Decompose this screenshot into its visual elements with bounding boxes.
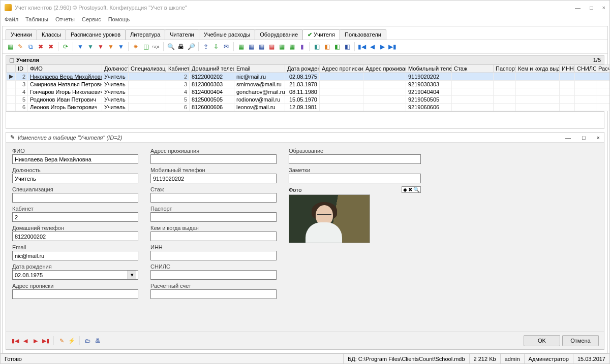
new-record-icon[interactable]: ▦: [6, 42, 15, 51]
delete-icon[interactable]: ✖: [36, 42, 45, 51]
col-header[interactable]: Должность: [102, 65, 129, 73]
tab-2[interactable]: Расписание уроков: [66, 29, 126, 40]
text-field[interactable]: [150, 212, 277, 222]
col-header[interactable]: [7, 65, 16, 73]
col-header[interactable]: Кем и когда выдан: [516, 65, 560, 73]
filter-icon[interactable]: ▼: [76, 42, 85, 51]
col-header[interactable]: Кабинет: [166, 65, 190, 73]
photo-zoom-icon[interactable]: 🔍: [413, 187, 419, 192]
col-header[interactable]: Адрес прописки: [320, 65, 363, 73]
text-field[interactable]: [12, 193, 138, 203]
text-field[interactable]: [12, 154, 138, 164]
table-row[interactable]: 6Леонов Игорь ВикторовичУчитель681260006…: [7, 104, 611, 111]
text-field[interactable]: [150, 251, 277, 260]
table-row[interactable]: 3Смирнова Наталья ПетровнаУчитель3812300…: [7, 81, 611, 88]
sql-icon[interactable]: SQL: [151, 42, 161, 51]
delete-all-icon[interactable]: ✖: [46, 42, 55, 51]
rec-prev-icon[interactable]: ◀: [21, 337, 29, 345]
filter3-icon[interactable]: ▼: [106, 42, 115, 51]
tb-g3-icon[interactable]: ▦: [257, 42, 266, 51]
nav-first-icon[interactable]: ▮◀: [357, 42, 367, 51]
panel-minimize-button[interactable]: —: [565, 135, 571, 141]
refresh-icon[interactable]: ⟳: [61, 42, 70, 51]
filter-clear-icon[interactable]: ▼: [96, 42, 105, 51]
col-header[interactable]: Специализация: [129, 65, 166, 73]
col-header[interactable]: Дата рождения: [285, 65, 320, 73]
table-row[interactable]: 5Родионов Иван ПетровичУчитель5812500050…: [7, 96, 611, 104]
tb-g4-icon[interactable]: ▦: [267, 42, 276, 51]
nav-last-icon[interactable]: ▶▮: [388, 42, 397, 51]
tb-g5-icon[interactable]: ▦: [277, 42, 286, 51]
menu-service[interactable]: Сервис: [82, 16, 101, 22]
photo-preview[interactable]: [289, 194, 370, 243]
tab-6[interactable]: Оборудование: [255, 29, 303, 40]
tab-0[interactable]: Ученики: [6, 29, 37, 40]
menu-tables[interactable]: Таблицы: [25, 16, 48, 22]
tab-5[interactable]: Учебные расходы: [199, 29, 255, 40]
export-icon[interactable]: ⇪: [201, 42, 210, 51]
tab-8[interactable]: Пользователи: [340, 29, 386, 40]
dropdown-icon[interactable]: ▾: [128, 271, 136, 279]
col-header[interactable]: Паспорт: [494, 65, 516, 73]
text-field[interactable]: [150, 231, 277, 241]
panel-close-button[interactable]: ×: [597, 135, 600, 141]
tb-h3-icon[interactable]: ◧: [332, 42, 342, 51]
text-field[interactable]: [150, 270, 277, 280]
rec-next-icon[interactable]: ▶: [32, 337, 40, 345]
tb-g6-icon[interactable]: ▦: [287, 42, 296, 51]
text-field[interactable]: [150, 193, 277, 203]
photo-add-icon[interactable]: ◆: [403, 187, 407, 192]
rec-last-icon[interactable]: ▶▮: [42, 337, 50, 345]
text-field[interactable]: [150, 174, 277, 183]
edit-record-icon[interactable]: ✎: [16, 42, 25, 51]
ok-button[interactable]: OK: [524, 335, 560, 346]
col-header[interactable]: Домашний телефон: [190, 65, 234, 73]
filter2-icon[interactable]: ▼: [86, 42, 95, 51]
cancel-button[interactable]: Отмена: [562, 335, 599, 346]
text-field[interactable]: [150, 289, 277, 299]
text-field[interactable]: [12, 174, 138, 183]
preview-icon[interactable]: 🔎: [187, 42, 196, 51]
rec-tool3-icon[interactable]: 🗁: [83, 337, 92, 345]
menu-reports[interactable]: Отчеты: [55, 16, 75, 22]
table-row[interactable]: ▶2Николаева Вера МихайловнаУчитель281220…: [7, 73, 611, 81]
col-header[interactable]: ID: [16, 65, 28, 73]
col-header[interactable]: Стаж: [452, 65, 494, 73]
col-header[interactable]: СНИЛС: [575, 65, 596, 73]
text-field[interactable]: [150, 154, 277, 164]
col-header[interactable]: Мобильный телефон: [406, 65, 452, 73]
grid-collapse-icon[interactable]: ▢: [9, 57, 14, 63]
tb-g2-icon[interactable]: ▦: [247, 42, 256, 51]
rec-tool2-icon[interactable]: ⚡: [68, 337, 76, 345]
menu-file[interactable]: Файл: [5, 16, 18, 22]
text-field[interactable]: [12, 251, 138, 260]
tab-3[interactable]: Литература: [125, 29, 165, 40]
menu-help[interactable]: Помощь: [108, 16, 130, 22]
minimize-button[interactable]: —: [575, 5, 581, 11]
text-field[interactable]: [12, 231, 138, 241]
tb-h2-icon[interactable]: ◧: [322, 42, 331, 51]
filter4-icon[interactable]: ▼: [116, 42, 126, 51]
rec-first-icon[interactable]: ▮◀: [11, 337, 19, 345]
col-header[interactable]: ИНН: [560, 65, 575, 73]
text-field[interactable]: [289, 174, 421, 183]
panel-maximize-button[interactable]: □: [582, 135, 586, 141]
maximize-button[interactable]: □: [590, 5, 593, 11]
text-field[interactable]: [12, 289, 138, 299]
copy-icon[interactable]: ⧉: [26, 42, 35, 51]
print-icon[interactable]: 🖶: [176, 42, 186, 51]
tab-7[interactable]: ✔Учителя: [302, 29, 340, 40]
nav-prev-icon[interactable]: ◀: [368, 42, 377, 51]
tb-h1-icon[interactable]: ◧: [312, 42, 321, 51]
close-button[interactable]: ×: [602, 5, 605, 11]
rec-tool1-icon[interactable]: ✎: [57, 337, 66, 345]
col-header[interactable]: Адрес проживания: [363, 65, 406, 73]
tb-h4-icon[interactable]: ◧: [343, 42, 352, 51]
data-grid[interactable]: IDФИОДолжностьСпециализацияКабинетДомашн…: [6, 64, 604, 112]
import-icon[interactable]: ⇩: [211, 42, 221, 51]
text-field[interactable]: [12, 212, 138, 222]
col-header[interactable]: Email: [234, 65, 285, 73]
table-row[interactable]: 4Гончаров Игорь НиколаевичУчитель4812400…: [7, 88, 611, 96]
view-icon[interactable]: ◫: [141, 42, 150, 51]
tab-1[interactable]: Классы: [37, 29, 66, 40]
